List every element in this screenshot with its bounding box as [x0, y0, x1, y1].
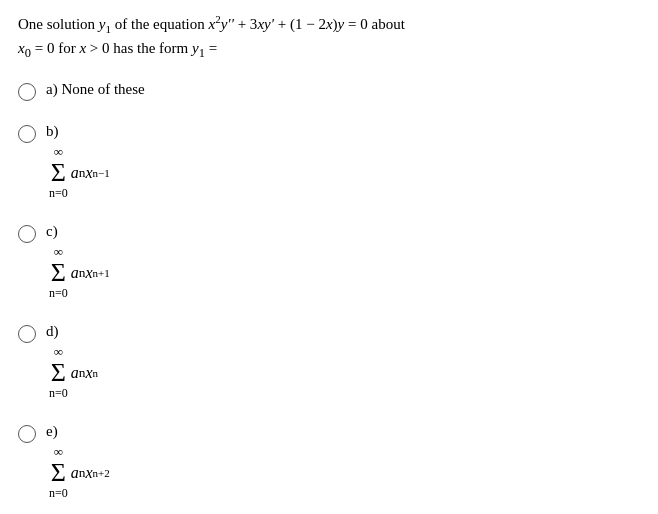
option-d-formula: ∞ Σ n=0 anxn: [46, 344, 98, 401]
option-a-label: a) None of these: [46, 81, 145, 98]
sum-d-expr: anxn: [71, 364, 98, 382]
radio-c[interactable]: [18, 225, 36, 243]
sum-c-sigma: Σ: [51, 260, 66, 286]
option-a-content: a) None of these: [46, 81, 145, 98]
radio-e[interactable]: [18, 425, 36, 443]
sum-b: ∞ Σ n=0: [49, 144, 68, 201]
option-b-content: b) ∞ Σ n=0 anxn−1: [46, 123, 110, 201]
option-e-content: e) ∞ Σ n=0 anxn+2: [46, 423, 110, 501]
sum-c-expr: anxn+1: [71, 264, 110, 282]
sum-c-bottom: n=0: [49, 286, 68, 301]
option-a: a) None of these: [18, 81, 640, 101]
option-d-content: d) ∞ Σ n=0 anxn: [46, 323, 98, 401]
sum-e: ∞ Σ n=0: [49, 444, 68, 501]
sum-d-bottom: n=0: [49, 386, 68, 401]
option-c-formula: ∞ Σ n=0 anxn+1: [46, 244, 110, 301]
question-text: One solution y1 of the equation x2y′′ + …: [18, 12, 640, 63]
sum-b-sigma: Σ: [51, 160, 66, 186]
sum-e-sigma: Σ: [51, 460, 66, 486]
sum-d: ∞ Σ n=0: [49, 344, 68, 401]
option-e: e) ∞ Σ n=0 anxn+2: [18, 423, 640, 501]
option-b-formula: ∞ Σ n=0 anxn−1: [46, 144, 110, 201]
question-container: One solution y1 of the equation x2y′′ + …: [18, 12, 640, 501]
options-list: a) None of these b) ∞ Σ n=0 anxn−1: [18, 81, 640, 501]
radio-d[interactable]: [18, 325, 36, 343]
about-label: about: [371, 16, 404, 32]
option-d-label: d): [46, 323, 98, 340]
option-c: c) ∞ Σ n=0 anxn+1: [18, 223, 640, 301]
option-b: b) ∞ Σ n=0 anxn−1: [18, 123, 640, 201]
option-c-content: c) ∞ Σ n=0 anxn+1: [46, 223, 110, 301]
radio-a[interactable]: [18, 83, 36, 101]
option-e-formula: ∞ Σ n=0 anxn+2: [46, 444, 110, 501]
x0-condition: x: [18, 40, 25, 56]
sum-b-expr: anxn−1: [71, 164, 110, 182]
option-b-label: b): [46, 123, 110, 140]
sum-e-expr: anxn+2: [71, 464, 110, 482]
sum-e-bottom: n=0: [49, 486, 68, 501]
sum-c: ∞ Σ n=0: [49, 244, 68, 301]
option-c-label: c): [46, 223, 110, 240]
y1-subscript: 1: [106, 23, 112, 35]
radio-b[interactable]: [18, 125, 36, 143]
sum-b-bottom: n=0: [49, 186, 68, 201]
option-e-label: e): [46, 423, 110, 440]
sum-d-sigma: Σ: [51, 360, 66, 386]
option-d: d) ∞ Σ n=0 anxn: [18, 323, 640, 401]
y1-var: y: [99, 16, 106, 32]
